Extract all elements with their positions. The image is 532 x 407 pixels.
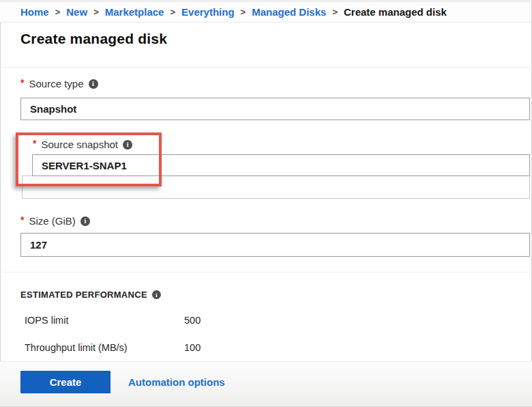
iops-limit-label: IOPS limit — [25, 315, 68, 326]
required-asterisk: * — [33, 138, 36, 149]
source-type-label-row: * Source type i — [20, 78, 98, 89]
section-divider — [0, 272, 532, 272]
info-icon[interactable]: i — [89, 79, 98, 89]
source-snapshot-dropdown-container — [22, 176, 530, 199]
breadcrumb-separator-icon: > — [93, 7, 99, 17]
source-snapshot-label: Source snapshot — [41, 139, 118, 150]
create-managed-disk-blade: Home > New > Marketplace > Everything > … — [0, 0, 532, 407]
automation-options-link[interactable]: Automation options — [128, 376, 225, 388]
breadcrumb-home[interactable]: Home — [20, 6, 49, 18]
estimated-performance-title: ESTIMATED PERFORMANCE — [20, 290, 147, 300]
size-label-row: * Size (GiB) i — [20, 215, 90, 227]
source-type-label: Source type — [29, 78, 83, 89]
source-snapshot-input[interactable] — [32, 154, 530, 176]
iops-limit-row: IOPS limit 500 — [0, 315, 532, 327]
breadcrumb-current-page: Create managed disk — [344, 6, 447, 18]
info-icon[interactable]: i — [80, 216, 90, 226]
required-asterisk: * — [20, 77, 24, 88]
breadcrumb-separator-icon: > — [170, 7, 175, 17]
breadcrumb-new[interactable]: New — [66, 6, 87, 18]
breadcrumb-marketplace[interactable]: Marketplace — [105, 6, 164, 18]
source-type-input[interactable] — [20, 98, 530, 120]
breadcrumb-separator-icon: > — [241, 7, 246, 17]
required-asterisk: * — [20, 214, 24, 225]
breadcrumb-managed-disks[interactable]: Managed Disks — [252, 6, 326, 18]
size-input[interactable] — [20, 233, 530, 257]
size-label: Size (GiB) — [29, 215, 75, 227]
iops-limit-value: 500 — [184, 315, 201, 326]
throughput-limit-label: Throughput limit (MB/s) — [25, 342, 128, 353]
throughput-limit-value: 100 — [184, 342, 201, 353]
source-snapshot-label-row: * Source snapshot i — [33, 139, 132, 150]
throughput-limit-row: Throughput limit (MB/s) 100 — [0, 342, 532, 354]
info-icon[interactable]: i — [123, 140, 132, 150]
create-button[interactable]: Create — [20, 371, 110, 393]
page-title: Create managed disk — [20, 31, 167, 47]
estimated-performance-heading: ESTIMATED PERFORMANCE i — [20, 290, 161, 300]
breadcrumb: Home > New > Marketplace > Everything > … — [0, 2, 531, 23]
info-icon[interactable]: i — [152, 290, 161, 299]
breadcrumb-everything[interactable]: Everything — [181, 6, 235, 18]
breadcrumb-separator-icon: > — [55, 7, 61, 17]
breadcrumb-separator-icon: > — [332, 7, 338, 17]
title-divider — [0, 67, 532, 68]
